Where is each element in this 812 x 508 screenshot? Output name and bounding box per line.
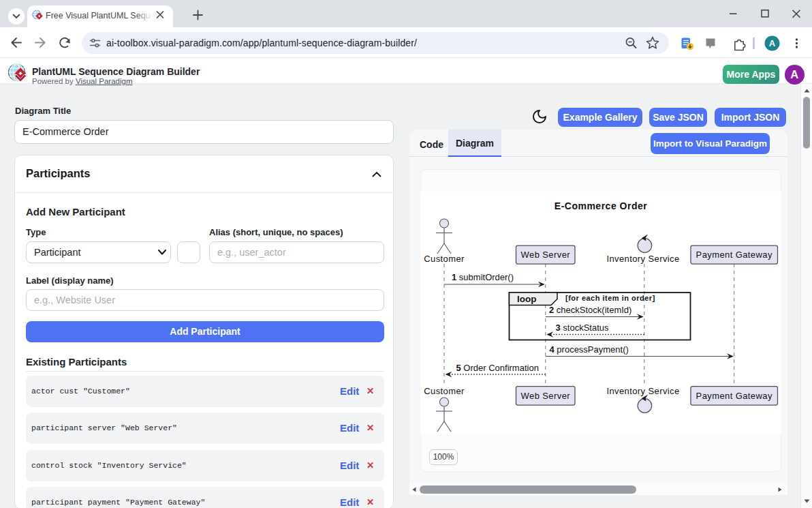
svg-text:Inventory Service: Inventory Service	[606, 254, 679, 264]
svg-text:[for each item in order]: [for each item in order]	[565, 294, 655, 302]
svg-text:Inventory Service: Inventory Service	[606, 386, 679, 396]
svg-text:loop: loop	[517, 294, 537, 304]
svg-text:1 submitOrder(): 1 submitOrder()	[452, 272, 514, 282]
svg-text:Web Server: Web Server	[521, 250, 571, 260]
svg-text:E-Commerce Order: E-Commerce Order	[555, 200, 647, 211]
svg-text:5 Order Confirmation: 5 Order Confirmation	[456, 363, 539, 373]
svg-text:Payment Gateway: Payment Gateway	[696, 250, 772, 260]
svg-text:A: A	[769, 38, 776, 48]
svg-text:Web Server: Web Server	[521, 391, 571, 401]
svg-text:2 checkStock(itemId): 2 checkStock(itemId)	[549, 305, 631, 315]
svg-text:Payment Gateway: Payment Gateway	[696, 391, 772, 401]
svg-text:Customer: Customer	[424, 386, 465, 396]
svg-text:4 processPayment(): 4 processPayment()	[550, 344, 629, 355]
svg-text:3 stockStatus: 3 stockStatus	[556, 323, 610, 333]
svg-text:Customer: Customer	[424, 254, 465, 264]
